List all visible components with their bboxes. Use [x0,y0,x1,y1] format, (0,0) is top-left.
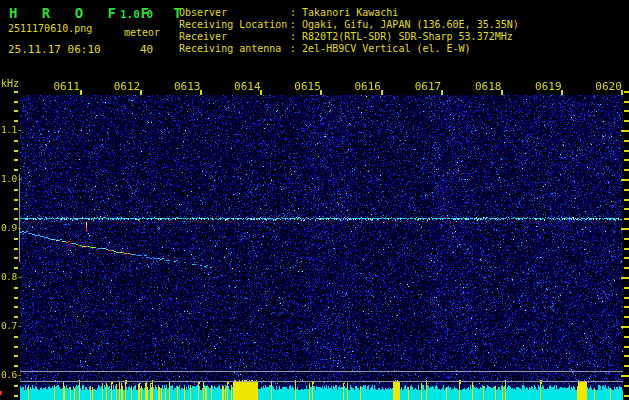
info-separator: : [290,43,302,54]
time-tick [200,90,202,95]
time-tick [501,90,503,95]
freq-minor-tick-left [14,238,18,240]
freq-minor-tick-left [14,395,18,397]
freq-minor-tick-right [624,120,629,122]
info-value: Ogaki, Gifu, JAPAN (136.60E, 35.35N) [302,19,519,30]
freq-minor-tick-right [624,297,629,299]
info-row: Receiver: R820T2(RTL-SDR) SDR-Sharp 53.3… [179,31,519,43]
freq-minor-tick-left [14,365,18,367]
freq-minor-tick-right [624,287,629,289]
app-title: H R O F F T [9,5,190,21]
info-label: Observer [179,7,290,19]
freq-minor-tick-right [624,169,629,171]
freq-minor-tick-right [624,238,629,240]
freq-minor-tick-right [624,218,629,220]
time-tick-label: 0619 [535,80,560,93]
freq-minor-tick-right [624,346,629,348]
time-tick-label: 0612 [114,80,139,93]
time-tick [561,90,563,95]
freq-major-tick-right [621,326,629,328]
time-tick-label: 0613 [174,80,199,93]
app-version: 1.0.0 [120,8,153,21]
count-window-line [19,174,20,262]
freq-tick-label: 0.8- [1,271,19,282]
freq-minor-tick-right [624,101,629,103]
time-tick-label: 0616 [355,80,380,93]
freq-minor-tick-left [14,316,18,318]
freq-minor-tick-right [624,365,629,367]
freq-minor-tick-left [14,257,18,259]
freq-minor-tick-right [624,395,629,397]
freq-minor-tick-right [624,257,629,259]
freq-minor-tick-left [14,150,18,152]
hrofft-window: H R O F F T 1.0.0 2511170610.png meteor … [0,0,629,400]
freq-minor-tick-left [14,159,18,161]
freq-minor-tick-right [624,110,629,112]
freq-minor-tick-right [624,248,629,250]
freq-minor-tick-right [624,355,629,357]
freq-tick-label: 0.7- [1,320,19,331]
info-label: Receiver [179,31,290,43]
freq-major-tick-right [621,228,629,230]
freq-minor-tick-left [14,248,18,250]
reference-line-lower [20,381,623,382]
freq-minor-tick-left [14,267,18,269]
freq-tick-label: 1.1- [1,124,19,135]
freq-minor-tick-right [624,267,629,269]
freq-minor-tick-right [624,199,629,201]
freq-tick-label: 1.0- [1,173,19,184]
freq-minor-tick-right [624,159,629,161]
amplitude-strip-canvas [20,375,623,400]
freq-minor-tick-left [14,140,18,142]
freq-minor-tick-left [14,306,18,308]
output-filename: 2511170610.png [8,23,92,34]
info-separator: : [290,19,302,30]
info-row: Receiving Location: Ogaki, Gifu, JAPAN (… [179,19,519,31]
freq-minor-tick-left [14,169,18,171]
freq-minor-tick-left [14,91,18,93]
echo-count: 40 [140,43,153,56]
time-tick-label: 0614 [234,80,259,93]
time-tick-label: 0618 [475,80,500,93]
freq-tick-label: 0.9- [1,222,19,233]
freq-minor-tick-left [14,336,18,338]
time-tick-label: 0620 [595,80,620,93]
freq-major-tick-right [621,277,629,279]
amp-baseline-mark [0,391,2,395]
freq-minor-tick-right [624,306,629,308]
info-value: R820T2(RTL-SDR) SDR-Sharp 53.372MHz [302,31,513,42]
freq-minor-tick-left [14,189,18,191]
time-tick-label: 0615 [294,80,319,93]
time-tick [320,90,322,95]
freq-minor-tick-left [14,355,18,357]
info-value: 2el-HB9CV Vertical (el. E-W) [302,43,471,54]
freq-minor-tick-right [624,91,629,93]
freq-minor-tick-left [14,297,18,299]
freq-minor-tick-left [14,385,18,387]
time-tick [80,90,82,95]
time-tick [381,90,383,95]
freq-tick-label: 0.6- [1,369,19,380]
freq-minor-tick-right [624,336,629,338]
freq-minor-tick-right [624,189,629,191]
freq-major-tick-right [621,130,629,132]
info-value: Takanori Kawachi [302,7,398,18]
freq-minor-tick-right [624,140,629,142]
station-info-table: Observer: Takanori KawachiReceiving Loca… [179,7,519,55]
freq-minor-tick-left [14,208,18,210]
freq-major-tick-right [621,179,629,181]
freq-minor-tick-left [14,287,18,289]
freq-axis-unit-label: kHz [1,78,19,89]
observation-mode: meteor [124,27,160,38]
time-tick-label: 0617 [415,80,440,93]
freq-minor-tick-left [14,199,18,201]
info-row: Receiving antenna: 2el-HB9CV Vertical (e… [179,43,519,55]
info-row: Observer: Takanori Kawachi [179,7,519,19]
info-separator: : [290,7,302,18]
freq-minor-tick-left [14,218,18,220]
freq-minor-tick-left [14,110,18,112]
time-tick-label: 0611 [54,80,79,93]
time-tick [441,90,443,95]
info-separator: : [290,31,302,42]
freq-minor-tick-left [14,346,18,348]
